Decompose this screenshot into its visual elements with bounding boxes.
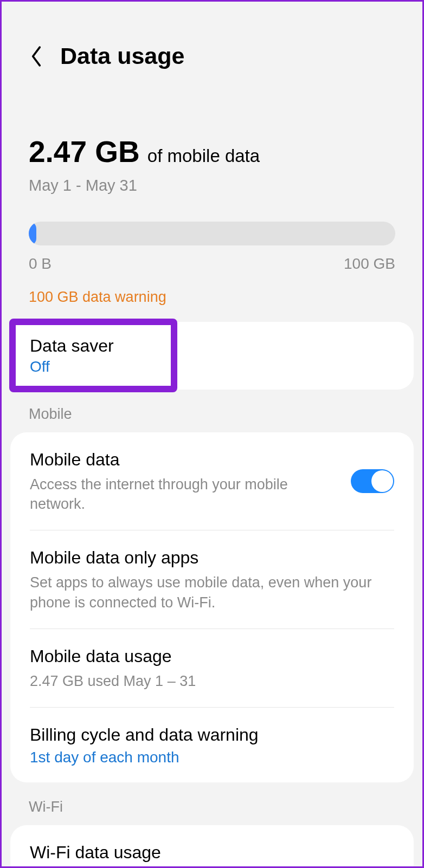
page-title: Data usage xyxy=(60,43,184,69)
mobile-data-desc: Access the internet through your mobile … xyxy=(30,475,340,514)
usage-progress: 0 B 100 GB xyxy=(2,205,422,278)
wifi-data-usage-title: Wi-Fi data usage xyxy=(30,841,394,864)
mobile-card: Mobile data Access the internet through … xyxy=(10,432,414,782)
mobile-data-usage-desc: 2.47 GB used May 1 – 31 xyxy=(30,671,394,691)
mobile-data-usage-row[interactable]: Mobile data usage 2.47 GB used May 1 – 3… xyxy=(10,629,414,707)
billing-cycle-status: 1st day of each month xyxy=(30,749,394,766)
usage-amount: 2.47 GB xyxy=(29,134,140,169)
mobile-data-only-apps-desc: Set apps to always use mobile data, even… xyxy=(30,573,394,612)
usage-label: of mobile data xyxy=(147,146,260,166)
mobile-data-title: Mobile data xyxy=(30,449,340,471)
progress-bar[interactable] xyxy=(29,222,395,245)
data-saver-status: Off xyxy=(30,358,394,375)
section-header-mobile: Mobile xyxy=(2,390,422,432)
billing-cycle-title: Billing cycle and data warning xyxy=(30,724,394,747)
mobile-data-row[interactable]: Mobile data Access the internet through … xyxy=(10,432,414,530)
usage-period: May 1 - May 31 xyxy=(29,177,395,195)
app-header: Data usage xyxy=(2,2,422,86)
wifi-data-usage-row[interactable]: Wi-Fi data usage xyxy=(10,825,414,868)
progress-min-label: 0 B xyxy=(29,255,52,273)
mobile-data-usage-title: Mobile data usage xyxy=(30,645,394,668)
data-saver-card: Data saver Off xyxy=(10,322,414,390)
mobile-data-toggle[interactable] xyxy=(351,469,394,493)
progress-max-label: 100 GB xyxy=(344,255,395,273)
mobile-data-only-apps-row[interactable]: Mobile data only apps Set apps to always… xyxy=(10,530,414,628)
back-icon[interactable] xyxy=(29,45,44,68)
data-warning-text: 100 GB data warning xyxy=(2,278,422,322)
mobile-data-only-apps-title: Mobile data only apps xyxy=(30,547,394,569)
data-saver-row[interactable]: Data saver Off xyxy=(10,322,414,390)
wifi-card: Wi-Fi data usage xyxy=(10,825,414,868)
toggle-knob xyxy=(371,470,393,492)
usage-summary: 2.47 GB of mobile data May 1 - May 31 xyxy=(2,86,422,205)
data-saver-title: Data saver xyxy=(30,336,394,356)
progress-fill xyxy=(29,222,36,245)
section-header-wifi: Wi-Fi xyxy=(2,782,422,825)
billing-cycle-row[interactable]: Billing cycle and data warning 1st day o… xyxy=(10,708,414,782)
